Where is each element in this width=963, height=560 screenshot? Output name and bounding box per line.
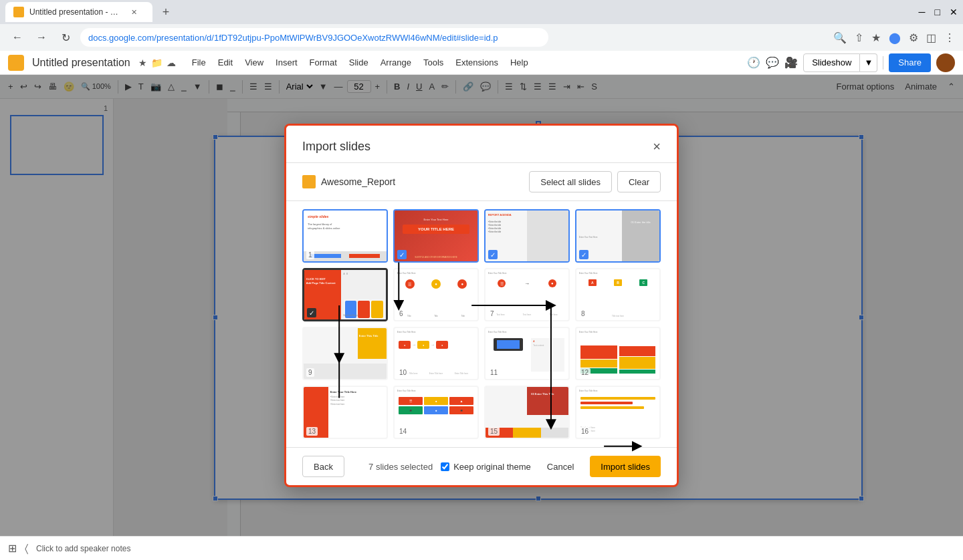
back-nav-button[interactable]: ← [8,28,27,47]
menu-extensions[interactable]: Extensions [450,55,504,70]
reload-button[interactable]: ↻ [56,28,75,47]
slide-item-9[interactable]: Enter This Title 9 [302,327,388,380]
app-title: Untitled presentation [32,57,130,69]
slide-num-14: 14 [397,427,409,436]
folder-icon[interactable]: 📁 [151,57,163,68]
slide-check-5: ✓ [307,308,316,317]
file-icon [302,175,316,188]
slide-num-16: 16 [579,427,591,436]
address-input[interactable]: docs.google.com/presentation/d/1fDT92utj… [80,28,548,47]
slide-num-12: 12 [579,368,591,377]
star-icon[interactable]: ★ [138,57,147,68]
new-tab-button[interactable]: + [156,3,175,21]
menu-tools[interactable]: Tools [418,55,449,70]
slide-item-2[interactable]: Enter Your Text Here YOUR TITLE HERE SUB… [393,209,479,263]
bottom-bar: ⊞ 〈 Click to add speaker notes [0,536,963,560]
menu-help[interactable]: Help [505,55,534,70]
address-bar-row: ← → ↻ docs.google.com/presentation/d/1fD… [0,24,963,51]
import-slides-modal: Import slides × Awesome_Report Select al… [284,124,679,487]
modal-actions: Select all slides Clear [529,171,661,192]
menu-bar: File Edit View Insert Format Slide Arran… [187,55,534,70]
slide-num-15: 15 [488,427,500,436]
keep-theme-label[interactable]: Keep original theme [441,462,531,472]
share-button[interactable]: Share [889,53,931,72]
minimize-button[interactable]: ─ [919,7,926,17]
address-text: docs.google.com/presentation/d/1fDT92utj… [88,33,498,43]
slide-num-11: 11 [488,368,500,377]
search-icon[interactable]: 🔍 [833,31,847,44]
slide-num-7: 7 [488,309,496,318]
keep-theme-checkbox[interactable] [441,462,449,471]
slide-item-6[interactable]: Enter Your Title Here ☰ ● ● TitleTitleTi… [393,268,479,321]
restore-button[interactable]: □ [935,7,940,17]
menu-dots-icon[interactable]: ⋮ [944,31,955,44]
modal-title: Import slides [302,140,370,154]
slide-item-8[interactable]: Enter Your Title Here A B C Title text h… [575,268,661,321]
modal-footer: Back 7 slides selected Keep original the… [286,447,677,485]
tab-favicon [13,7,24,17]
slide-item-1[interactable]: simple slides The largest library ofinfo… [302,209,388,263]
speaker-notes-hint[interactable]: Click to add speaker notes [36,544,130,553]
close-button[interactable]: ✕ [950,7,958,17]
slide-item-3[interactable]: REPORT AGENDA • Enter the title• Enter t… [484,209,570,263]
extension-icon[interactable]: ⬤ [889,31,901,44]
chevron-icon[interactable]: 〈 [25,543,28,555]
slide-item-11[interactable]: Enter Your Title Here A Text content 11 [484,327,570,380]
file-name: Awesome_Report [321,176,395,187]
menu-file[interactable]: File [187,55,211,70]
menu-format[interactable]: Format [304,55,342,70]
slide-num-13: 13 [306,427,318,436]
slide-item-7[interactable]: Enter Your Title Here ☰ → ● Text hereTex… [484,268,570,321]
tab-close-button[interactable]: ✕ [128,7,139,17]
modal-overlay: Import slides × Awesome_Report Select al… [0,75,963,536]
slide-item-10[interactable]: Enter Your Title Here ● → ● → ● Enter Ti… [393,327,479,380]
clear-button[interactable]: Clear [617,171,661,192]
menu-view[interactable]: View [239,55,269,70]
user-avatar[interactable] [936,53,955,72]
sidebar-toggle-icon[interactable]: ◫ [926,31,936,44]
slideshow-button[interactable]: Slideshow [803,53,860,72]
menu-edit[interactable]: Edit [213,55,238,70]
slideshow-dropdown-button[interactable]: ▼ [860,53,877,72]
keep-theme-text: Keep original theme [453,462,531,472]
menu-insert[interactable]: Insert [270,55,303,70]
slide-item-14[interactable]: Enter Your Title Here ☰ ● ▲ ◾ ● ◾ 14 [393,386,479,439]
import-slides-button[interactable]: Import slides [590,456,661,477]
slide-check-2: ✓ [397,250,407,259]
slide-num-9: 9 [306,368,314,377]
menu-arrange[interactable]: Arrange [375,55,417,70]
browser-tab[interactable]: Untitled presentation - Google S ✕ [5,2,152,22]
slides-selected-count: 7 slides selected [368,462,433,472]
modal-close-button[interactable]: × [653,139,661,154]
back-button[interactable]: Back [302,456,344,477]
video-icon[interactable]: 🎥 [784,56,798,69]
bookmark-icon[interactable]: ★ [871,31,881,44]
slide-item-16[interactable]: Enter Your Title Here Details text hereD… [575,386,661,439]
slide-check-3: ✓ [488,250,498,259]
comment-icon[interactable]: 💬 [766,56,779,69]
select-all-button[interactable]: Select all slides [529,171,612,192]
modal-header: Import slides × [286,126,677,163]
forward-nav-button[interactable]: → [32,28,51,47]
menu-slide[interactable]: Slide [344,55,374,70]
slide-item-15[interactable]: 03 Enter This Title 15 [484,386,570,439]
slide-num-8: 8 [579,309,587,318]
app-toolbar: Untitled presentation ★ 📁 ☁ File Edit Vi… [0,51,963,75]
slide-item-13[interactable]: Enter Your Title Here • Enter text here•… [302,386,388,439]
grid-icon[interactable]: ⊞ [8,542,17,555]
cloud-icon[interactable]: ☁ [167,57,176,68]
slide-num-10: 10 [397,368,409,377]
share-icon[interactable]: ⇧ [855,31,863,44]
tab-title: Untitled presentation - Google S [29,7,123,17]
slide-num-1: 1 [306,251,314,259]
browser-bar: Untitled presentation - Google S ✕ + ─ □… [0,0,963,24]
cancel-button[interactable]: Cancel [539,456,582,477]
history-icon[interactable]: 🕐 [747,56,760,69]
puzzle-icon[interactable]: ⚙ [909,31,918,44]
modal-toolbar: Awesome_Report Select all slides Clear [286,163,677,201]
slide-check-4: ✓ [579,250,588,259]
slide-item-12[interactable]: Enter Your Title Here [575,327,661,380]
slide-num-6: 6 [397,309,405,318]
slide-item-5[interactable]: CLICK TO EDITAdd Page Title Content A B … [302,268,388,321]
slide-item-4[interactable]: 01 Enter the title Enter Your Text Here … [575,209,661,263]
